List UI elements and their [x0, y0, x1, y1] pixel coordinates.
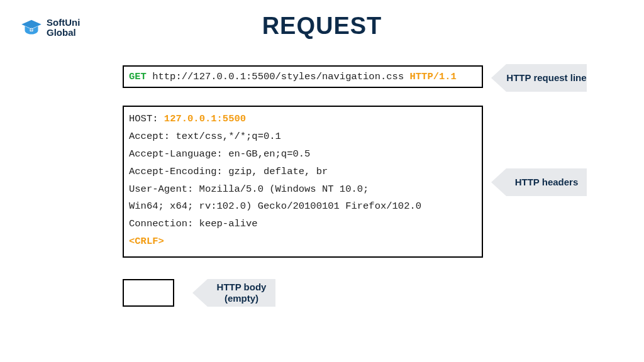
- http-headers-box: HOST: 127.0.0.1:5500 Accept: text/css,*/…: [123, 106, 483, 258]
- http-version: HTTP/1.1: [410, 71, 457, 82]
- crlf-marker: <CRLF>: [129, 233, 477, 251]
- page-title: REQUEST: [0, 13, 644, 40]
- header-line: Accept-Encoding: gzip, deflate, br: [129, 163, 477, 181]
- header-line: User-Agent: Mozilla/5.0 (Windows NT 10.0…: [129, 181, 477, 199]
- header-host-value: 127.0.0.1:5500: [164, 113, 246, 124]
- header-line: Accept-Language: en-GB,en;q=0.5: [129, 146, 477, 163]
- arrow-left-icon: [491, 64, 506, 92]
- arrow-left-icon: [192, 279, 208, 307]
- http-method: GET: [129, 71, 147, 82]
- http-body-box: [123, 279, 174, 307]
- label-request-line: HTTP request line: [506, 64, 587, 92]
- label-body: HTTP body (empty): [208, 279, 275, 307]
- header-line: Connection: keep-alive: [129, 216, 477, 233]
- header-line: Win64; x64; rv:102.0) Gecko/20100101 Fir…: [129, 198, 477, 216]
- header-host-label: HOST:: [129, 113, 158, 124]
- label-headers: HTTP headers: [506, 168, 587, 196]
- arrow-left-icon: [491, 168, 506, 196]
- http-request-line-box: GET http://127.0.0.1:5500/styles/navigat…: [123, 65, 483, 88]
- http-url: http://127.0.0.1:5500/styles/navigation.…: [152, 71, 404, 82]
- header-host-line: HOST: 127.0.0.1:5500: [129, 111, 477, 128]
- header-line: Accept: text/css,*/*;q=0.1: [129, 128, 477, 146]
